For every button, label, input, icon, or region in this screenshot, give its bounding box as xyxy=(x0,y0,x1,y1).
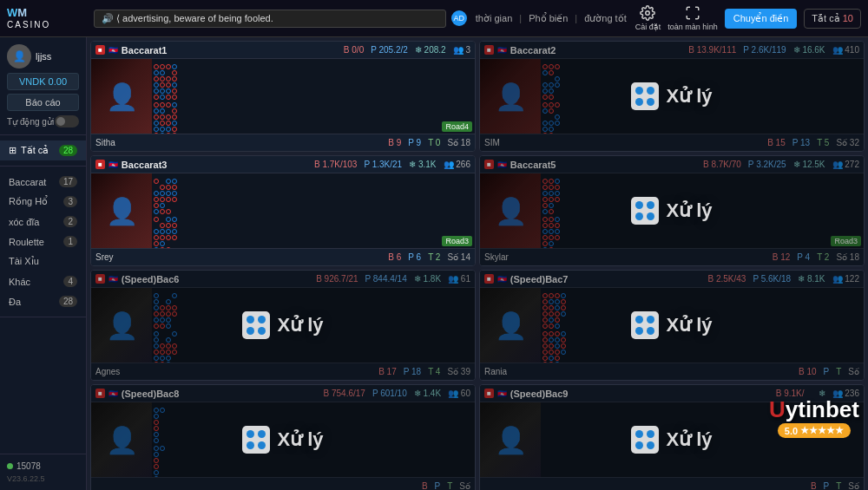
nav-da-label: Đa xyxy=(9,297,21,307)
road-cell xyxy=(172,217,177,222)
road-cell-empty xyxy=(184,191,189,196)
report-button[interactable]: Báo cáo xyxy=(7,94,79,111)
road-cell-empty xyxy=(214,191,220,196)
road-cell-empty xyxy=(208,223,214,228)
close-all-button[interactable]: Tắt cả 10 xyxy=(804,9,861,29)
road-cell xyxy=(160,102,165,108)
road-cell-empty xyxy=(202,95,207,100)
nav-tai-xiu[interactable]: Tài Xỉu xyxy=(0,252,86,271)
road-cell-empty xyxy=(251,217,256,222)
road-cell-empty xyxy=(281,203,286,208)
road-cell-empty xyxy=(293,64,299,69)
road-cell-empty xyxy=(196,64,201,69)
road-cell-empty xyxy=(257,247,262,248)
road-cell-empty xyxy=(269,127,274,132)
road-cell-empty xyxy=(269,70,274,75)
road-cell-empty xyxy=(257,76,262,82)
road-cell-empty xyxy=(263,108,268,114)
sidebar: 👤 ljjss VNDK 0.00 Báo cáo Tự động gửi ⊞ … xyxy=(0,37,87,490)
road-cell-empty xyxy=(239,64,244,69)
online-dot xyxy=(7,463,13,469)
road-cell-empty xyxy=(190,191,195,196)
nav-other[interactable]: Khác 4 xyxy=(0,271,86,291)
road-cell-empty xyxy=(208,241,214,246)
settings-btn[interactable]: Cài đặt xyxy=(635,5,661,31)
nav-da[interactable]: Đa 28 xyxy=(0,291,86,311)
road-cell-empty xyxy=(239,223,244,228)
road-cell-empty xyxy=(172,241,177,246)
road-cell-empty xyxy=(245,102,250,108)
road-cell-empty xyxy=(184,121,189,126)
game-card-baccarat2[interactable]: ■ 🇰🇭 Baccarat2 B 13.9K/111 P 2.6K/119 ❄ … xyxy=(479,41,865,152)
road-cell-empty xyxy=(251,235,256,240)
road-cell-empty xyxy=(196,88,201,94)
game-card-baccarat5[interactable]: ■ 🇰🇭 Baccarat5 B 8.7K/70 P 3.2K/25 ❄ 12.… xyxy=(479,155,865,266)
header-right: Cài đặt toàn màn hình Chuyển điền Tắt cả… xyxy=(635,5,861,31)
road-cell-empty xyxy=(208,121,214,126)
road-cell-empty xyxy=(293,114,299,120)
road-cell-empty xyxy=(275,235,280,240)
road-cell-empty xyxy=(202,179,207,184)
road-cell-empty xyxy=(275,185,280,190)
nav-xoc-dia[interactable]: xóc đĩa 2 xyxy=(0,212,86,232)
road-cell-empty xyxy=(214,127,220,132)
game-card-baccarat1[interactable]: ■ 🇰🇭 Baccarat1 B 0/0 P 205.2/2 ❄ 208.2 👥… xyxy=(90,41,476,152)
switch-button[interactable]: Chuyển điền xyxy=(725,9,798,29)
nav-baccarat[interactable]: Baccarat 17 xyxy=(0,172,86,192)
nav-tai-xiu-label: Tài Xỉu xyxy=(9,256,39,267)
road-cell-empty xyxy=(263,191,268,196)
fullscreen-btn[interactable]: toàn màn hình xyxy=(667,5,718,31)
road-cell-empty xyxy=(251,76,256,82)
user-row: 👤 ljjss xyxy=(7,44,79,69)
game-card-baccarat3[interactable]: ■ 🇰🇭 Baccarat3 B 1.7K/103 P 1.3K/21 ❄ 3.… xyxy=(90,155,476,266)
road-cell-empty xyxy=(220,203,226,208)
nav-roulette[interactable]: Roulette 1 xyxy=(0,232,86,252)
nav-dragon-tiger[interactable]: Rồng Hổ 3 xyxy=(0,192,86,212)
game-card-speedbac8[interactable]: ■ 🇰🇭 (Speed)Bac8 B 754.6/17 P 601/10 ❄ 1… xyxy=(90,384,476,490)
footer-t: T 2 xyxy=(428,252,440,262)
road-cell-empty xyxy=(202,64,207,69)
footer-stats: B 6 P 6 T 2 Số 14 xyxy=(388,252,470,262)
road-cell-empty xyxy=(227,114,232,120)
road-cell-empty xyxy=(281,223,286,228)
stat-total: ❄ 3.1K xyxy=(409,160,436,169)
balance-button[interactable]: VNDK 0.00 xyxy=(7,73,79,90)
nav-xoc-dia-badge: 2 xyxy=(63,216,77,227)
road-cell-empty xyxy=(214,247,220,248)
road-cell-empty xyxy=(190,209,195,214)
road-cell-empty xyxy=(251,197,256,202)
tab-popular[interactable]: Phổ biến xyxy=(529,13,568,24)
road-cell-empty xyxy=(293,179,299,184)
dealer-name: Srey xyxy=(95,252,114,262)
tab-time[interactable]: thời gian xyxy=(476,13,512,24)
road-cell-empty xyxy=(251,185,256,190)
road-cell xyxy=(172,95,177,100)
tab-good-road[interactable]: đường tốt xyxy=(584,13,627,24)
road-cell-empty xyxy=(251,247,256,248)
processing-text: Xử lý xyxy=(666,428,712,451)
nav-baccarat-label: Baccarat xyxy=(9,177,46,187)
road-cell-empty xyxy=(220,114,226,120)
road-cell-empty xyxy=(287,88,293,94)
processing-text: Xử lý xyxy=(666,85,712,108)
road-cell-empty xyxy=(233,179,238,184)
road-cell-empty xyxy=(263,88,268,94)
road-cell-empty xyxy=(220,127,226,132)
road-cell-empty xyxy=(281,133,286,134)
road-cell-empty xyxy=(220,197,226,202)
nav-other-badge: 4 xyxy=(63,276,77,287)
game-card-speedbac6[interactable]: ■ 🇰🇭 (Speed)Bac6 B 926.7/21 P 844.4/14 ❄… xyxy=(90,270,476,381)
road-cell-empty xyxy=(178,191,183,196)
road-cell-empty xyxy=(275,247,280,248)
auto-deposit-toggle[interactable] xyxy=(55,115,79,127)
road-cell-empty xyxy=(196,185,201,190)
road-cell-empty xyxy=(257,241,262,246)
rating-stars: ★★★★★ xyxy=(800,425,844,436)
road-cell-empty xyxy=(269,108,274,114)
road-cell-empty xyxy=(184,247,189,248)
logo-wm: WM xyxy=(7,7,50,18)
nav-all[interactable]: ⊞ Tất cả 28 xyxy=(0,140,86,160)
road-cell-empty xyxy=(233,209,238,214)
road-cell xyxy=(154,179,159,184)
game-card-speedbac7[interactable]: ■ 🇰🇭 (Speed)Bac7 B 2.5K/43 P 5.6K/18 ❄ 8… xyxy=(479,270,865,381)
